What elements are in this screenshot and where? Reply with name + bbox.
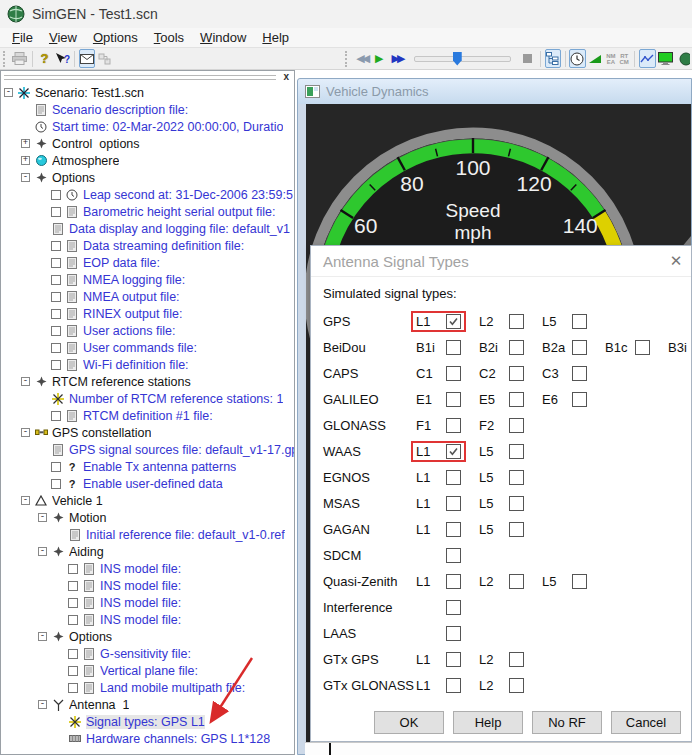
tree-item[interactable]: -Vehicle 1 [1,492,294,509]
tree-item-checkbox[interactable] [68,615,78,625]
menu-window[interactable]: Window [192,30,254,45]
tree-item-checkbox[interactable] [51,190,61,200]
tree-item[interactable]: -Scenario: Test1.scn [1,84,294,101]
tree-item-checkbox[interactable] [51,258,61,268]
signal-checkbox[interactable] [446,366,461,381]
stop-button[interactable] [520,49,536,68]
dialog-close-button[interactable]: ✕ [661,252,691,270]
tree-item[interactable]: Barometric height serial output file: [1,203,294,220]
collapse-toggle[interactable]: - [21,496,30,505]
tree-item[interactable]: -Options [1,628,294,645]
tree-item[interactable]: -RTCM reference stations [1,373,294,390]
tree-item[interactable]: Leap second at: 31-Dec-2006 23:59:5 [1,186,294,203]
toolbar-drag-handle[interactable] [3,51,8,67]
signal-checkbox[interactable] [446,574,461,589]
tree-item[interactable]: -GPS constellation [1,424,294,441]
menu-tools[interactable]: Tools [146,30,192,45]
collapse-toggle[interactable]: - [21,377,30,386]
tree-item[interactable]: RINEX output file: [1,305,294,322]
tree-item[interactable]: User commands file: [1,339,294,356]
tree-item[interactable]: Scenario description file: [1,101,294,118]
help-button[interactable]: ? [37,49,53,68]
signal-checkbox[interactable] [446,470,461,485]
globe-view-button[interactable] [675,49,691,68]
tree-panel-close-button[interactable]: x [283,71,289,83]
signal-checkbox[interactable] [509,366,524,381]
print-button[interactable] [12,49,28,68]
tree-item-checkbox[interactable] [68,598,78,608]
tree-item[interactable]: -Motion [1,509,294,526]
rewind-button[interactable]: ◀◀ [354,49,370,68]
time-slider-thumb[interactable] [453,52,462,66]
signal-checkbox[interactable] [509,470,524,485]
signal-checkbox[interactable] [446,418,461,433]
no-rf-button[interactable]: No RF [532,711,602,734]
signal-checkbox[interactable] [446,444,461,459]
time-slider[interactable] [414,56,511,62]
collapse-toggle[interactable]: - [38,547,47,556]
signal-checkbox[interactable] [572,392,587,407]
signal-checkbox[interactable] [446,600,461,615]
signal-checkbox[interactable] [446,340,461,355]
signal-checkbox[interactable] [572,340,587,355]
tree-item-checkbox[interactable] [68,649,78,659]
menu-help[interactable]: Help [254,30,297,45]
signal-checkbox[interactable] [509,678,524,693]
signal-checkbox[interactable] [446,652,461,667]
signal-checkbox[interactable] [446,626,461,641]
signal-checkbox[interactable] [509,444,524,459]
tree-item[interactable]: RTCM definition #1 file: [1,407,294,424]
tree-item-checkbox[interactable] [51,275,61,285]
tree-item[interactable]: Data streaming definition file: [1,237,294,254]
signal-checkbox[interactable] [509,496,524,511]
collapse-toggle[interactable]: - [4,88,13,97]
tree-item[interactable]: -Antenna 1 [1,696,294,713]
tree-item-checkbox[interactable] [68,581,78,591]
dialog-titlebar[interactable]: Antenna Signal Types ✕ [311,246,691,277]
tree-item-checkbox[interactable] [68,666,78,676]
signal-checkbox[interactable] [509,652,524,667]
tree-item[interactable]: Land mobile multipath file: [1,679,294,696]
cancel-button[interactable]: Cancel [611,711,681,734]
signal-checkbox[interactable] [509,418,524,433]
tree-item[interactable]: User actions file: [1,322,294,339]
nmea-button[interactable]: NM EA [606,53,615,65]
signal-checkbox[interactable] [572,574,587,589]
tree-item[interactable]: EOP data file: [1,254,294,271]
vehicle-dynamics-titlebar[interactable]: Vehicle Dynamics [298,79,691,104]
tree-item[interactable]: Initial reference file: default_v1-0.ref [1,526,294,543]
rtcm-button[interactable]: RT CM [620,53,629,65]
tree-item-checkbox[interactable] [51,479,61,489]
menu-view[interactable]: View [41,30,85,45]
tree-item[interactable]: -Aiding [1,543,294,560]
context-help-button[interactable]: ? [54,49,70,68]
tree-item[interactable]: ?Enable user-defined data [1,475,294,492]
signal-checkbox[interactable] [635,340,650,355]
tree-item[interactable]: Number of RTCM reference stations: 1 [1,390,294,407]
signal-level-button[interactable] [588,49,604,68]
toolbar-drag-handle[interactable] [345,51,350,67]
tree-item[interactable]: INS model file: [1,594,294,611]
signal-checkbox[interactable] [446,522,461,537]
signal-checkbox[interactable] [509,522,524,537]
link-tool-button[interactable] [97,49,113,68]
signal-checkbox[interactable] [509,340,524,355]
signal-checkbox[interactable] [509,314,524,329]
collapse-toggle[interactable]: - [38,632,47,641]
tree-item-checkbox[interactable] [51,411,61,421]
monitor-button[interactable] [658,49,674,68]
timer-button[interactable] [569,49,585,68]
collapse-toggle[interactable]: - [38,700,47,709]
collapse-toggle[interactable]: - [21,173,30,182]
tree-item-checkbox[interactable] [51,292,61,302]
scenario-tree-button[interactable] [545,49,561,68]
tree-item[interactable]: INS model file: [1,560,294,577]
signal-checkbox[interactable] [446,548,461,563]
ok-button[interactable]: OK [374,711,444,734]
menu-options[interactable]: Options [85,30,146,45]
tree-item[interactable]: Signal types: GPS L1 [1,713,294,730]
signal-checkbox[interactable] [572,366,587,381]
tree-item[interactable]: -Options [1,169,294,186]
collapse-toggle[interactable]: - [21,428,30,437]
graphs-button[interactable] [639,49,656,68]
